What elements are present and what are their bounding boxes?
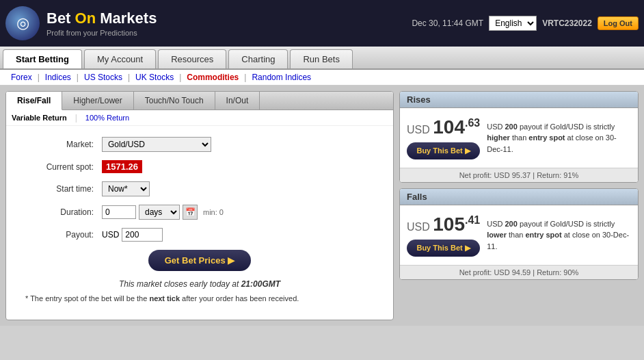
duration-label: Duration: (20, 207, 102, 217)
market-select[interactable]: Gold/USD (102, 137, 211, 152)
get-bet-prices-button[interactable]: Get Bet Prices ▶ (148, 250, 252, 271)
rises-amount-buy: USD 104.63 Buy This Bet ▶ (407, 116, 480, 159)
rises-body: USD 104.63 Buy This Bet ▶ USD 200 payout… (400, 108, 638, 168)
spot-value: 1571.26 (102, 160, 142, 173)
payout-control: USD (102, 228, 163, 242)
falls-amount-buy: USD 105.41 Buy This Bet ▶ (407, 214, 480, 257)
tab-start-betting[interactable]: Start Betting (3, 49, 82, 68)
rises-footer: Net profit: USD 95.37 | Return: 91% (400, 168, 638, 182)
payout-label: Payout: (20, 230, 102, 240)
market-label: Market: (20, 140, 102, 149)
tab-my-account[interactable]: My Account (84, 49, 156, 68)
logout-button[interactable]: Log Out (598, 16, 639, 30)
payout-input[interactable] (122, 228, 163, 242)
brand-on: On (75, 10, 96, 27)
duration-input[interactable] (102, 205, 136, 219)
falls-header: Falls (400, 189, 638, 205)
tab-run-bets[interactable]: Run Bets (290, 49, 352, 68)
spot-label: Current spot: (20, 162, 102, 172)
close-notice: This market closes early today at 21:00G… (20, 279, 379, 289)
logo-icon: ◎ (5, 6, 40, 40)
rises-amount: USD 104.63 (407, 116, 480, 138)
rises-description: USD 200 payout if Gold/USD is strictly h… (487, 121, 631, 155)
subnav-random-indices[interactable]: Random Indices (247, 73, 315, 82)
subnav-us-stocks[interactable]: US Stocks (80, 73, 126, 82)
brand-pre: Bet (46, 10, 75, 27)
tab-charting[interactable]: Charting (228, 49, 288, 68)
falls-body: USD 105.41 Buy This Bet ▶ USD 200 payout… (400, 205, 638, 265)
return-tab-variable[interactable]: Variable Return (12, 114, 67, 122)
payout-row: Payout: USD (20, 228, 379, 242)
rises-box: Rises USD 104.63 Buy This Bet ▶ USD 200 … (399, 91, 639, 183)
falls-currency: USD (407, 221, 433, 233)
falls-main: 105 (433, 214, 465, 235)
spot-row: Current spot: 1571.26 (20, 160, 379, 173)
tagline: Profit from your Predictions (46, 28, 157, 38)
falls-box: Falls USD 105.41 Buy This Bet ▶ USD 200 … (399, 188, 639, 280)
subnav-indices[interactable]: Indices (41, 73, 75, 82)
subnav-forex[interactable]: Forex (7, 73, 36, 82)
min-text: min: 0 (203, 208, 224, 216)
bet-tab-higher-lower[interactable]: Higher/Lower (62, 92, 133, 110)
logo-area: ◎ Bet On Markets Profit from your Predic… (5, 6, 157, 40)
rises-sup: .63 (465, 117, 480, 129)
bet-tabs: Rise/Fall Higher/Lower Touch/No Touch In… (6, 92, 393, 110)
logo-text: Bet On Markets Profit from your Predicti… (46, 9, 157, 38)
subnav-commodities[interactable]: Commodities (183, 73, 243, 82)
duration-row: Duration: days 📅 min: 0 (20, 205, 379, 220)
main-content: Rise/Fall Higher/Lower Touch/No Touch In… (0, 86, 644, 326)
bet-tab-touch-no-touch[interactable]: Touch/No Touch (134, 92, 215, 110)
rises-currency: USD (407, 124, 433, 136)
rises-main: 104 (433, 116, 465, 138)
right-panel: Rises USD 104.63 Buy This Bet ▶ USD 200 … (399, 91, 639, 320)
left-panel: Rise/Fall Higher/Lower Touch/No Touch In… (5, 91, 394, 320)
username: VRTC232022 (542, 18, 592, 28)
rises-header: Rises (400, 92, 638, 108)
brand-name: Bet On Markets (46, 9, 157, 29)
rises-buy-button[interactable]: Buy This Bet ▶ (407, 142, 479, 159)
falls-amount: USD 105.41 (407, 214, 480, 235)
start-control: Now* (102, 181, 150, 196)
sub-nav: Forex | Indices | US Stocks | UK Stocks … (0, 70, 644, 86)
bet-tab-rise-fall[interactable]: Rise/Fall (6, 92, 62, 110)
market-control: Gold/USD (102, 137, 211, 152)
falls-sup: .41 (465, 214, 480, 226)
language-select[interactable]: English (489, 16, 537, 31)
duration-control: days 📅 min: 0 (102, 205, 224, 220)
datetime: Dec 30, 11:44 GMT (412, 18, 483, 28)
market-row: Market: Gold/USD (20, 137, 379, 152)
nav-tabs: Start Betting My Account Resources Chart… (0, 47, 644, 70)
tab-resources[interactable]: Resources (158, 49, 226, 68)
top-right: Dec 30, 11:44 GMT English VRTC232022 Log… (412, 16, 639, 31)
spot-control: 1571.26 (102, 160, 142, 173)
start-select[interactable]: Now* (102, 181, 150, 196)
falls-buy-button[interactable]: Buy This Bet ▶ (407, 240, 479, 257)
return-tab-100[interactable]: 100% Return (85, 114, 129, 122)
falls-description: USD 200 payout if Gold/USD is strictly l… (487, 218, 631, 253)
start-row: Start time: Now* (20, 181, 379, 196)
return-tabs: Variable Return | 100% Return (6, 110, 393, 126)
days-select[interactable]: days (139, 205, 180, 220)
start-label: Start time: (20, 184, 102, 194)
brand-post: Markets (96, 10, 157, 27)
top-bar: ◎ Bet On Markets Profit from your Predic… (0, 0, 644, 47)
falls-footer: Net profit: USD 94.59 | Return: 90% (400, 265, 638, 279)
bet-form: Market: Gold/USD Current spot: 1571.26 S… (6, 126, 393, 320)
calendar-icon[interactable]: 📅 (183, 205, 198, 220)
entry-note: * The entry spot of the bet will be the … (25, 293, 374, 305)
subnav-uk-stocks[interactable]: UK Stocks (131, 73, 178, 82)
bet-tab-in-out[interactable]: In/Out (215, 92, 260, 110)
payout-currency: USD (102, 230, 119, 240)
